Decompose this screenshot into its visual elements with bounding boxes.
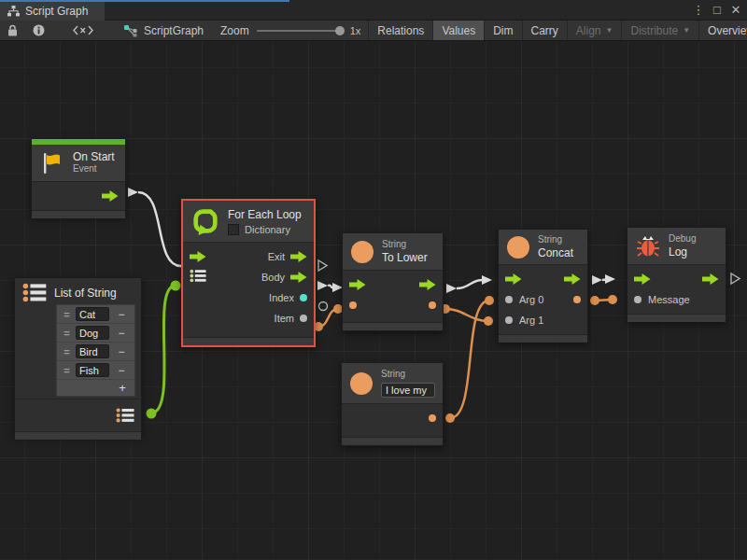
node-string-literal[interactable]: String [341, 362, 444, 446]
node-debug-log[interactable]: Debug Log Message [627, 227, 726, 322]
window-menu-button[interactable]: ⋮ [691, 3, 706, 18]
node-footer [342, 437, 443, 445]
list-editor: = − = − = − = − [56, 304, 135, 397]
breadcrumb[interactable]: ScriptGraph [114, 21, 213, 40]
inspect-button[interactable] [25, 21, 52, 40]
port-exit[interactable]: Exit [268, 251, 307, 262]
port-string-in[interactable] [349, 301, 357, 309]
string-literal-input[interactable] [381, 383, 435, 398]
wire-tolower-arg1[interactable] [445, 309, 488, 321]
node-list-of-string[interactable]: List of String = − = − = − [14, 277, 142, 436]
node-to-lower[interactable]: String To Lower [342, 232, 444, 331]
toolbar-button-align[interactable]: Align ▼ [568, 21, 622, 40]
unconnected-flow-port[interactable] [731, 273, 740, 284]
port-arg0[interactable]: Arg 0 [505, 294, 543, 305]
port-string-out[interactable] [429, 301, 436, 309]
node-subtitle: Event [73, 163, 115, 174]
drag-handle-icon[interactable]: = [61, 328, 72, 339]
script-graph-window: Script Graph ⋮ □ ✕ [0, 0, 747, 560]
dictionary-checkbox[interactable] [228, 224, 239, 235]
remove-item-button[interactable]: − [113, 327, 130, 340]
list-item-input[interactable] [76, 344, 109, 358]
drag-handle-icon[interactable]: = [61, 309, 72, 320]
port-item[interactable]: Item [275, 313, 307, 324]
bug-icon [636, 234, 660, 259]
window-close-button[interactable]: ✕ [728, 3, 743, 18]
port-arg1[interactable]: Arg 1 [505, 315, 543, 326]
zoom-slider-handle[interactable] [335, 26, 345, 35]
unconnected-value-port[interactable] [319, 302, 328, 311]
lock-button[interactable] [0, 21, 25, 40]
wire-literal-arg0[interactable] [450, 301, 489, 418]
port-label: Arg 1 [519, 315, 543, 326]
port-enter[interactable] [505, 273, 522, 285]
graph-canvas[interactable]: On Start Event List of String = [0, 41, 747, 559]
list-item-input[interactable] [76, 363, 109, 377]
port-exit[interactable] [564, 273, 581, 285]
wire-flow-tolower-concat[interactable] [457, 280, 482, 288]
code-preview-button[interactable] [52, 21, 114, 40]
port-exit[interactable] [419, 279, 436, 290]
list-item-row: = − [57, 361, 134, 380]
flow-arrow-icon [634, 273, 651, 285]
toolbar-button-values[interactable]: Values [433, 21, 484, 40]
port-list-out[interactable] [116, 408, 134, 423]
drag-handle-icon[interactable]: = [61, 346, 72, 357]
toolbar-button-overview[interactable]: Overview [699, 21, 747, 40]
node-title: List of String [54, 287, 117, 300]
remove-item-button[interactable]: − [113, 308, 130, 321]
string-type-icon [350, 372, 373, 395]
window-maximize-button[interactable]: □ [710, 3, 725, 18]
node-on-start[interactable]: On Start Event [31, 138, 126, 217]
list-item-input[interactable] [76, 307, 109, 321]
wire-start-arrow[interactable] [128, 188, 138, 197]
drag-handle-icon[interactable]: = [61, 365, 72, 376]
unconnected-flow-port[interactable] [318, 260, 327, 271]
wire-endpoint [485, 296, 494, 305]
tab-script-graph[interactable]: Script Graph [0, 2, 105, 21]
node-title: To Lower [382, 251, 428, 264]
wire-start-arrow[interactable] [592, 275, 602, 285]
node-footer [627, 314, 726, 322]
node-concat[interactable]: String Concat Arg 0 [498, 229, 588, 343]
remove-item-button[interactable]: − [113, 345, 130, 358]
port-message[interactable]: Message [634, 294, 690, 305]
string-type-icon [507, 236, 529, 259]
dictionary-label: Dictionary [245, 224, 290, 235]
port-label: Body [261, 272, 285, 283]
node-title: On Start [73, 150, 115, 163]
node-footer [15, 431, 141, 440]
remove-item-button[interactable]: − [113, 364, 130, 377]
port-trigger-out[interactable] [102, 190, 119, 202]
add-item-button[interactable]: + [110, 381, 134, 395]
toolbar-button-relations[interactable]: Relations [369, 21, 432, 40]
toolbar-button-distribute[interactable]: Distribute ▼ [622, 21, 698, 40]
wire-flow-onstart-foreach[interactable] [138, 192, 181, 266]
wire-start-arrow[interactable] [446, 284, 457, 293]
port-enter[interactable] [190, 251, 206, 262]
list-item-input[interactable] [76, 326, 109, 340]
wire-start-arrow[interactable] [317, 281, 328, 290]
toolbar-button-carry[interactable]: Carry [523, 21, 567, 40]
overview-label: Overview [708, 24, 747, 37]
port-exit[interactable] [702, 273, 719, 285]
wire-list-foreach[interactable] [151, 286, 176, 413]
port-collection-in[interactable] [190, 269, 206, 287]
value-port-dot [634, 296, 641, 303]
port-enter[interactable] [634, 273, 651, 285]
node-title: Log [669, 245, 696, 259]
breadcrumb-graph-name: ScriptGraph [144, 24, 204, 37]
port-index[interactable]: Index [269, 292, 307, 303]
node-for-each-loop[interactable]: For Each Loop Dictionary Exit [181, 199, 316, 347]
node-title: Concat [538, 246, 573, 259]
port-result-out[interactable] [573, 296, 581, 303]
port-enter[interactable] [349, 279, 366, 290]
zoom-slider[interactable] [257, 30, 343, 32]
port-body[interactable]: Body [261, 272, 307, 283]
list-port-icon [116, 408, 134, 423]
port-string-out[interactable] [429, 414, 436, 422]
wire-endpoint [171, 281, 181, 291]
toolbar-button-dim[interactable]: Dim [485, 21, 521, 40]
list-port-icon [190, 269, 206, 283]
node-title: For Each Loop [228, 208, 302, 221]
